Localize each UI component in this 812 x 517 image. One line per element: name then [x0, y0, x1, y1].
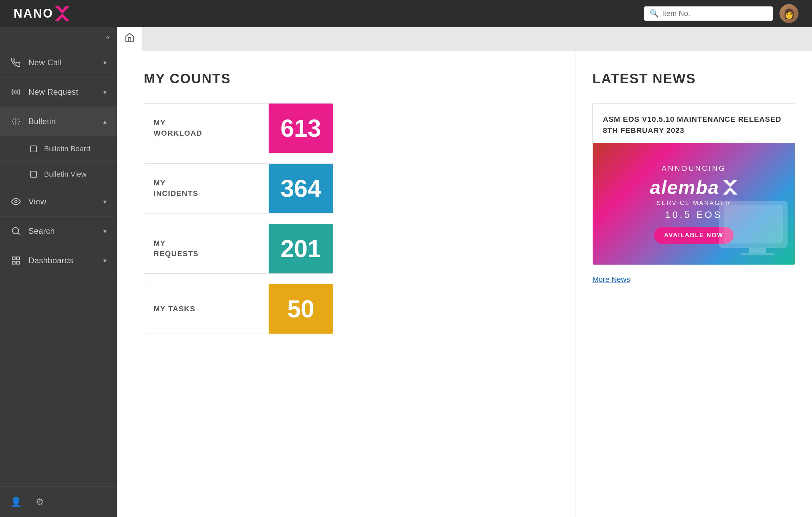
avatar[interactable]: 👩 — [780, 4, 798, 23]
sidebar-label-new-call: New Call — [28, 58, 103, 67]
avatar-image: 👩 — [780, 4, 798, 23]
svg-marker-13 — [723, 180, 738, 195]
incidents-label: MYINCIDENTS — [144, 164, 269, 213]
sidebar-item-bulletin-view[interactable]: Bulletin View — [0, 162, 117, 187]
sidebar-label-bulletin: Bulletin — [28, 117, 103, 126]
user-profile-icon[interactable]: 👤 — [10, 496, 22, 508]
new-call-icon — [10, 57, 22, 68]
svg-point-7 — [13, 228, 19, 234]
bulletin-view-icon — [28, 169, 39, 179]
svg-marker-1 — [62, 6, 70, 14]
my-counts-title: MY COUNTS — [144, 71, 548, 86]
count-card-requests[interactable]: MYREQUESTS 201 — [144, 224, 333, 274]
svg-rect-11 — [13, 261, 15, 264]
sidebar-item-search[interactable]: Search ▾ — [0, 217, 117, 246]
bulletin-arrow-icon: ▴ — [103, 117, 107, 126]
sidebar-label-new-request: New Request — [28, 87, 103, 97]
new-request-icon — [10, 86, 22, 98]
sidebar-label-bulletin-view: Bulletin View — [44, 170, 87, 179]
logo-x-icon — [55, 6, 70, 21]
sidebar: « New Call ▾ — [0, 27, 117, 517]
top-header: NANO 🔍 👩 — [0, 0, 812, 27]
sidebar-label-bulletin-board: Bulletin Board — [44, 144, 90, 153]
header-search-bar[interactable]: 🔍 — [644, 6, 773, 21]
logo-text: NANO — [14, 6, 53, 21]
content-area: MY COUNTS MYWORKLOAD 613 MYINCIDENTS 364 — [117, 27, 812, 517]
svg-point-6 — [15, 201, 17, 203]
news-banner-announcing: ANNOUNCING — [650, 164, 738, 173]
collapse-icon: « — [106, 33, 110, 42]
sidebar-item-bulletin[interactable]: Bulletin ▴ — [0, 107, 117, 136]
tasks-label: MY TASKS — [144, 284, 269, 334]
news-card-title: ASM EOS V10.5.10 MAINTENANCE RELEASED 8T… — [593, 104, 795, 143]
news-card: ASM EOS V10.5.10 MAINTENANCE RELEASED 8T… — [592, 103, 795, 265]
home-tab-icon — [125, 32, 135, 45]
svg-rect-9 — [13, 257, 15, 260]
svg-point-2 — [15, 91, 17, 93]
tasks-value: 50 — [269, 284, 333, 334]
logo: NANO — [14, 6, 70, 21]
count-card-incidents[interactable]: MYINCIDENTS 364 — [144, 163, 333, 213]
header-search-input[interactable] — [662, 9, 767, 18]
requests-label: MYREQUESTS — [144, 224, 269, 273]
count-card-workload[interactable]: MYWORKLOAD 613 — [144, 103, 333, 153]
new-call-arrow-icon: ▾ — [103, 59, 107, 67]
latest-news-title: LATEST NEWS — [592, 71, 795, 86]
svg-rect-16 — [749, 248, 766, 253]
dashboards-arrow-icon: ▾ — [103, 256, 107, 265]
news-banner: ANNOUNCING alemba SERVICE MANAGER 10.5 E… — [593, 143, 795, 265]
view-arrow-icon: ▾ — [103, 198, 107, 206]
header-right: 🔍 👩 — [644, 4, 798, 23]
sidebar-label-dashboards: Dashboards — [28, 256, 103, 265]
monitor-decoration-icon — [714, 197, 795, 265]
sidebar-item-dashboards[interactable]: Dashboards ▾ — [0, 246, 117, 275]
sidebar-footer: 👤 ⚙ — [0, 487, 117, 517]
sidebar-item-new-request[interactable]: New Request ▾ — [0, 77, 117, 107]
bulletin-board-icon — [28, 144, 39, 154]
more-news-link[interactable]: More News — [592, 275, 795, 284]
incidents-value: 364 — [269, 164, 333, 213]
workload-value: 613 — [269, 104, 333, 153]
requests-value: 201 — [269, 224, 333, 273]
search-nav-icon — [10, 225, 22, 237]
sidebar-label-search: Search — [28, 226, 103, 236]
svg-rect-10 — [17, 257, 19, 260]
svg-rect-15 — [724, 205, 783, 244]
sidebar-label-view: View — [28, 197, 103, 206]
sidebar-item-new-call[interactable]: New Call ▾ — [0, 48, 117, 77]
left-panel: MY COUNTS MYWORKLOAD 613 MYINCIDENTS 364 — [117, 51, 575, 517]
right-panel: LATEST NEWS ASM EOS V10.5.10 MAINTENANCE… — [575, 51, 812, 517]
dashboards-icon — [10, 255, 22, 266]
alemba-x-icon — [723, 180, 738, 195]
tab-home[interactable] — [117, 27, 142, 51]
count-card-tasks[interactable]: MY TASKS 50 — [144, 284, 333, 334]
sidebar-item-bulletin-board[interactable]: Bulletin Board — [0, 136, 117, 162]
main-layout: « New Call ▾ — [0, 27, 812, 517]
settings-icon[interactable]: ⚙ — [36, 496, 44, 508]
search-arrow-icon: ▾ — [103, 227, 107, 235]
sidebar-nav: New Call ▾ New Request ▾ — [0, 48, 117, 487]
svg-rect-4 — [30, 146, 37, 152]
bulletin-icon — [10, 116, 22, 127]
main-content: MY COUNTS MYWORKLOAD 613 MYINCIDENTS 364 — [117, 51, 812, 517]
header-search-icon: 🔍 — [650, 9, 659, 18]
workload-label: MYWORKLOAD — [144, 104, 269, 153]
sidebar-collapse-button[interactable]: « — [0, 27, 117, 48]
svg-rect-17 — [741, 253, 774, 255]
svg-line-8 — [18, 233, 19, 234]
count-cards: MYWORKLOAD 613 MYINCIDENTS 364 MYREQUEST… — [144, 103, 548, 334]
view-icon — [10, 196, 22, 207]
new-request-arrow-icon: ▾ — [103, 88, 107, 96]
sidebar-item-view[interactable]: View ▾ — [0, 187, 117, 217]
tab-bar — [117, 27, 812, 51]
svg-rect-5 — [30, 171, 37, 177]
svg-rect-12 — [17, 261, 19, 264]
news-banner-brand: alemba — [650, 176, 738, 198]
